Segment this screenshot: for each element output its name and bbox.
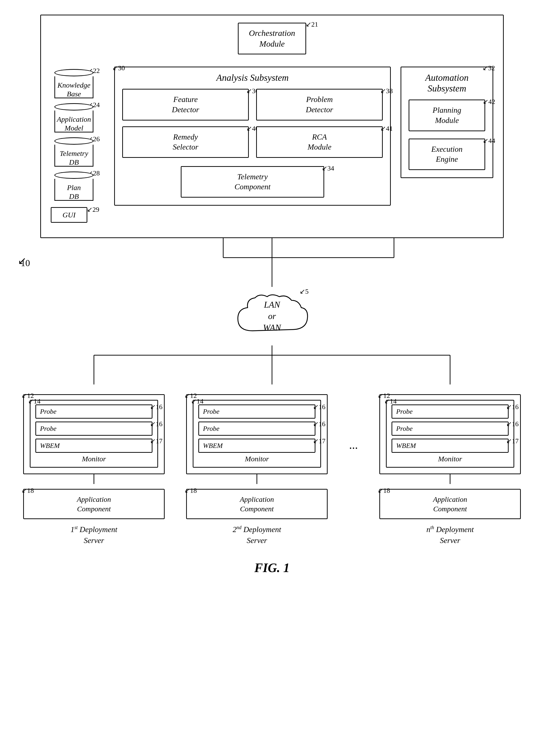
s2-connector	[250, 474, 264, 484]
s1-app-component: ↙18 ApplicationComponent	[23, 489, 165, 519]
pdb-top	[54, 171, 93, 179]
server-1-monitor-box: ↙14 Probe ↙16 Probe ↙16 WBEM ↙17	[30, 400, 158, 468]
server-n-outer: ↙12 ↙14 Probe ↙16 Probe ↙16 WBEM	[379, 394, 521, 474]
top-connectors	[40, 238, 504, 287]
sn-deploy-label: nth DeploymentServer	[426, 524, 474, 546]
rca-module-box: ↙41 RCAModule	[256, 126, 383, 158]
tdb-label: TelemetryDB	[55, 149, 93, 167]
sn-p2-ref: ↙16	[506, 420, 519, 428]
pdb-body: PlanDB	[54, 179, 93, 201]
ellipsis: ...	[349, 394, 358, 452]
diagram: Orchestration Module ↙21 ↙22	[16, 15, 528, 575]
network-ref: ↙5	[300, 287, 309, 295]
kb-label: KnowledgeBase	[55, 81, 93, 98]
server-1: ↙12 ↙14 Probe ↙16 Probe ↙16 WBEM	[23, 394, 165, 546]
app-model-shape: ↙24 ApplicationModel	[51, 103, 97, 132]
automation-inner: ↙42 PlanningModule ↙44 ExecutionEngine	[409, 100, 485, 170]
fig-label: FIG. 1	[16, 561, 528, 575]
sn-p1-ref: ↙16	[506, 403, 519, 411]
s2-p2-ref: ↙16	[313, 420, 325, 428]
auto-ref: ↙32	[483, 64, 495, 72]
s1-probe-2: Probe ↙16	[35, 422, 152, 436]
s1-monitor-title: Monitor	[35, 455, 152, 463]
problem-detector-box: ↙38 ProblemDetector	[256, 89, 383, 120]
kb-top	[54, 69, 93, 76]
cloud-to-servers	[40, 345, 504, 384]
s2-ac-ref: ↙18	[184, 486, 197, 495]
am-body: ApplicationModel	[54, 111, 93, 132]
am-top	[54, 103, 93, 111]
s1-ac-ref: ↙18	[21, 486, 34, 495]
server-2-monitor-box: ↙14 Probe ↙16 Probe ↙16 WBEM ↙17	[193, 400, 321, 468]
ee-ref: ↙44	[483, 136, 495, 145]
pm-ref: ↙42	[483, 97, 495, 106]
app-model-cylinder: ApplicationModel	[54, 103, 93, 132]
tc-ref: ↙34	[322, 164, 334, 173]
orchestration-ref: 21	[311, 20, 318, 28]
pdb-label: PlanDB	[55, 183, 93, 201]
sn-wbem: WBEM ↙17	[392, 439, 509, 453]
s1-probe-1: Probe ↙16	[35, 404, 152, 419]
middle-row: ↙22 KnowledgeBase ↙24	[51, 67, 493, 223]
server-n-monitor-box: ↙14 Probe ↙16 Probe ↙16 WBEM ↙17	[386, 400, 514, 468]
s1-deploy-label: 1st DeploymentServer	[71, 524, 117, 546]
s2-monitor-title: Monitor	[198, 455, 315, 463]
knowledge-base-cylinder: KnowledgeBase	[54, 69, 93, 98]
network-area: LANorWAN ↙5	[16, 287, 528, 345]
page-container: Orchestration Module ↙21 ↙22	[16, 15, 528, 575]
analysis-grid: ↙36 FeatureDetector ↙38 ProblemDetector …	[122, 89, 383, 198]
ref-10-arrow: ↙	[18, 255, 26, 267]
telemetry-db-shape: ↙26 TelemetryDB	[51, 137, 97, 167]
server-1-outer: ↙12 ↙14 Probe ↙16 Probe ↙16 WBEM	[23, 394, 165, 474]
s1-p1-ref: ↙16	[150, 403, 162, 411]
server-2-outer: ↙12 ↙14 Probe ↙16 Probe ↙16 WBEM	[186, 394, 328, 474]
s2-wbem: WBEM ↙17	[198, 439, 315, 453]
automation-subsystem-title: Automation Subsystem	[409, 72, 485, 94]
sn-monitor-title: Monitor	[392, 455, 509, 463]
kb-body: KnowledgeBase	[54, 76, 93, 98]
left-column: ↙22 KnowledgeBase ↙24	[51, 69, 104, 223]
s1-connector	[87, 474, 101, 484]
top-system-box: Orchestration Module ↙21 ↙22	[40, 15, 504, 238]
analysis-subsystem-box: ↙30 Analysis Subsystem ↙36 FeatureDetect…	[114, 67, 391, 206]
pd-ref: ↙38	[380, 87, 393, 95]
rca-ref: ↙41	[380, 124, 393, 133]
automation-subsystem-box: ↙32 Automation Subsystem ↙42 PlanningMod…	[401, 67, 493, 178]
sn-ac-ref: ↙18	[378, 486, 390, 495]
plan-db-shape: ↙28 PlanDB	[51, 171, 97, 201]
planning-module-box: ↙42 PlanningModule	[409, 100, 485, 131]
telemetry-db-cylinder: TelemetryDB	[54, 137, 93, 167]
s1-wbem-ref: ↙17	[150, 437, 162, 445]
s1-wbem: WBEM ↙17	[35, 439, 152, 453]
s2-deploy-label: 2nd DeploymentServer	[233, 524, 281, 546]
s2-probe-2: Probe ↙16	[198, 422, 315, 436]
sn-monitor-ref: ↙14	[384, 397, 397, 405]
execution-engine-box: ↙44 ExecutionEngine	[409, 139, 485, 170]
remedy-selector-box: ↙40 RemedySelector	[122, 126, 249, 158]
gui-label: GUI	[62, 211, 75, 219]
s1-p2-ref: ↙16	[150, 420, 162, 428]
plan-db-cylinder: PlanDB	[54, 171, 93, 201]
s2-monitor-ref: ↙14	[191, 397, 203, 405]
sn-probe-2: Probe ↙16	[392, 422, 509, 436]
deployment-row: ↙12 ↙14 Probe ↙16 Probe ↙16 WBEM	[16, 394, 528, 546]
feature-detector-box: ↙36 FeatureDetector	[122, 89, 249, 120]
s2-probe-1: Probe ↙16	[198, 404, 315, 419]
sn-app-component: ↙18 ApplicationComponent	[379, 489, 521, 519]
gui-ref: ↙29	[87, 205, 99, 213]
gui-box: GUI ↙29	[51, 207, 87, 223]
orchestration-box: Orchestration Module ↙21	[238, 23, 306, 54]
sn-wbem-ref: ↙17	[506, 437, 519, 445]
sn-connector	[443, 474, 457, 484]
telemetry-component-box: ↙34 TelemetryComponent	[181, 166, 324, 198]
analysis-ref: ↙30	[112, 64, 125, 72]
cloud-container: LANorWAN ↙5	[233, 292, 311, 341]
cloud-svg	[233, 292, 311, 341]
server-n: ↙12 ↙14 Probe ↙16 Probe ↙16 WBEM	[379, 394, 521, 546]
s2-p1-ref: ↙16	[313, 403, 325, 411]
server-2: ↙12 ↙14 Probe ↙16 Probe ↙16 WBEM	[186, 394, 328, 546]
am-label: ApplicationModel	[55, 115, 93, 132]
gui-container: GUI ↙29	[51, 207, 104, 223]
orchestration-label: Orchestration Module	[249, 29, 295, 48]
tdb-body: TelemetryDB	[54, 145, 93, 167]
